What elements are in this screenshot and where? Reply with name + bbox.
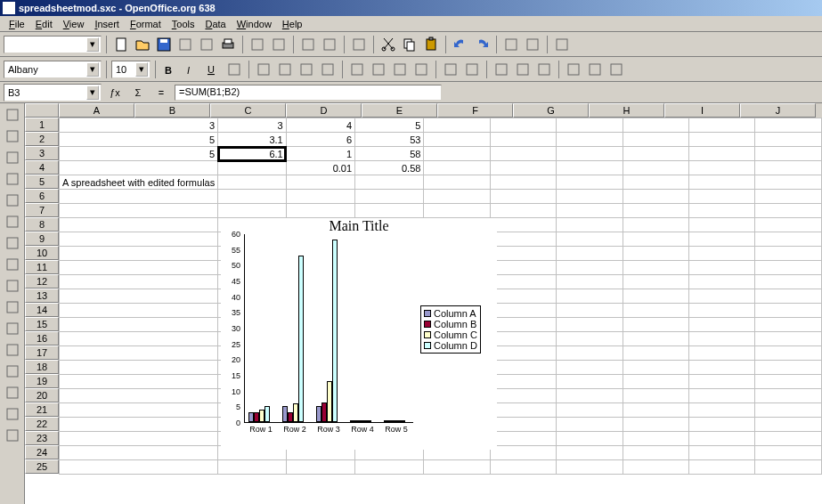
cell-F1[interactable] <box>490 118 556 133</box>
cell-G7[interactable] <box>557 204 623 218</box>
col-header-I[interactable]: I <box>664 103 740 118</box>
cell-D6[interactable] <box>355 190 424 204</box>
save2-icon[interactable] <box>320 35 339 54</box>
calc-icon[interactable] <box>3 340 22 360</box>
italic-icon[interactable]: I <box>182 60 201 79</box>
print-icon[interactable] <box>218 35 238 54</box>
cell-F7[interactable] <box>490 204 556 218</box>
cell-I5[interactable] <box>689 175 755 190</box>
row-header-6[interactable]: 6 <box>25 189 59 203</box>
cell-A2[interactable]: 5 <box>60 133 218 147</box>
cell-B5[interactable] <box>218 175 287 190</box>
cell-I6[interactable] <box>689 190 755 204</box>
cell-G19[interactable] <box>557 375 623 389</box>
row-header-25[interactable]: 25 <box>25 459 59 474</box>
print2-icon[interactable] <box>349 35 369 54</box>
cell-I1[interactable] <box>689 118 755 133</box>
cell-B3[interactable]: 6.1 <box>218 147 287 161</box>
cell-A9[interactable] <box>60 232 218 247</box>
col-header-E[interactable]: E <box>362 103 437 118</box>
row-header-5[interactable]: 5 <box>25 175 59 189</box>
cell-H13[interactable] <box>623 289 688 304</box>
preview-icon[interactable] <box>269 35 289 54</box>
chevron-down-icon[interactable]: ▾ <box>86 37 99 52</box>
cell-G15[interactable] <box>557 318 623 332</box>
cell-B4[interactable] <box>218 161 287 175</box>
cell-E3[interactable] <box>424 147 490 161</box>
cell-G22[interactable] <box>557 418 623 432</box>
cell-J8[interactable] <box>755 218 822 232</box>
cell-A19[interactable] <box>60 375 218 389</box>
cell-H23[interactable] <box>623 432 688 446</box>
cell-J4[interactable] <box>755 161 822 175</box>
cell-A13[interactable] <box>60 289 218 304</box>
cell-D5[interactable] <box>355 175 424 190</box>
cell-J24[interactable] <box>755 446 822 460</box>
cell-I11[interactable] <box>689 261 755 275</box>
cell-G16[interactable] <box>557 332 623 346</box>
cell-I17[interactable] <box>689 346 755 361</box>
indent-inc-icon[interactable] <box>462 60 482 79</box>
paste-icon[interactable] <box>421 35 441 54</box>
cell-J16[interactable] <box>755 332 822 346</box>
valign-mid-icon[interactable] <box>585 60 605 79</box>
percent-icon[interactable] <box>390 60 410 79</box>
save-icon[interactable] <box>154 35 174 54</box>
menu-help[interactable]: Help <box>277 18 308 30</box>
row-header-21[interactable]: 21 <box>25 402 59 417</box>
select-all-corner[interactable] <box>25 103 59 118</box>
cell-A12[interactable] <box>60 275 218 289</box>
cell-H24[interactable] <box>623 446 688 460</box>
cell-G12[interactable] <box>557 275 623 289</box>
abc-icon[interactable] <box>3 255 22 274</box>
cell-D4[interactable]: 0.58 <box>355 161 424 175</box>
undo-icon[interactable] <box>451 35 470 54</box>
cell-E6[interactable] <box>424 190 490 204</box>
row-header-2[interactable]: 2 <box>25 132 59 146</box>
decimal-icon[interactable] <box>411 60 431 79</box>
row-header-24[interactable]: 24 <box>25 445 59 459</box>
cell-I9[interactable] <box>689 232 755 247</box>
merge-icon[interactable] <box>347 60 367 79</box>
url-combo[interactable]: ▾ <box>4 36 102 53</box>
cell-I24[interactable] <box>689 446 755 460</box>
row-header-13[interactable]: 13 <box>25 289 59 303</box>
cell-I15[interactable] <box>689 318 755 332</box>
cell-J11[interactable] <box>755 261 822 275</box>
sum-icon[interactable]: Σ <box>128 83 148 102</box>
cell-H6[interactable] <box>623 190 688 204</box>
cell-I23[interactable] <box>689 432 755 446</box>
cell-F14[interactable] <box>490 304 556 318</box>
cell-G23[interactable] <box>557 432 623 446</box>
font-size-combo[interactable]: 10 ▾ <box>111 61 151 78</box>
cell-D7[interactable] <box>355 204 424 218</box>
cell-F4[interactable] <box>490 161 556 175</box>
cell-C5[interactable] <box>286 175 354 190</box>
cell-D25[interactable] <box>355 460 424 475</box>
row-header-1[interactable]: 1 <box>25 118 59 132</box>
insert-object[interactable] <box>3 105 22 125</box>
cell-G17[interactable] <box>557 346 623 361</box>
cell-H8[interactable] <box>623 218 688 232</box>
cell-A1[interactable]: 3 <box>60 118 218 133</box>
pdf-icon[interactable] <box>197 35 216 54</box>
cell-A24[interactable] <box>60 446 218 460</box>
cell-A18[interactable] <box>60 361 218 375</box>
cell-G6[interactable] <box>557 190 623 204</box>
align-justify-icon[interactable] <box>318 60 338 79</box>
cell-H15[interactable] <box>623 318 688 332</box>
cell-G20[interactable] <box>557 389 623 403</box>
open2-icon[interactable] <box>298 35 318 54</box>
form-icon[interactable] <box>3 404 22 424</box>
cell-J13[interactable] <box>755 289 822 304</box>
cell-A4[interactable] <box>60 161 218 175</box>
cell-J20[interactable] <box>755 389 822 403</box>
cell-G13[interactable] <box>557 289 623 304</box>
chevron-down-icon[interactable]: ▾ <box>86 62 99 77</box>
cell-A22[interactable] <box>60 418 218 432</box>
col-header-G[interactable]: G <box>513 103 589 118</box>
cell-I4[interactable] <box>689 161 755 175</box>
spreadsheet-area[interactable]: ABCDEFGHIJ 12345678910111213141516171819… <box>25 103 822 504</box>
cell-F19[interactable] <box>490 375 556 389</box>
cell-J6[interactable] <box>755 190 822 204</box>
